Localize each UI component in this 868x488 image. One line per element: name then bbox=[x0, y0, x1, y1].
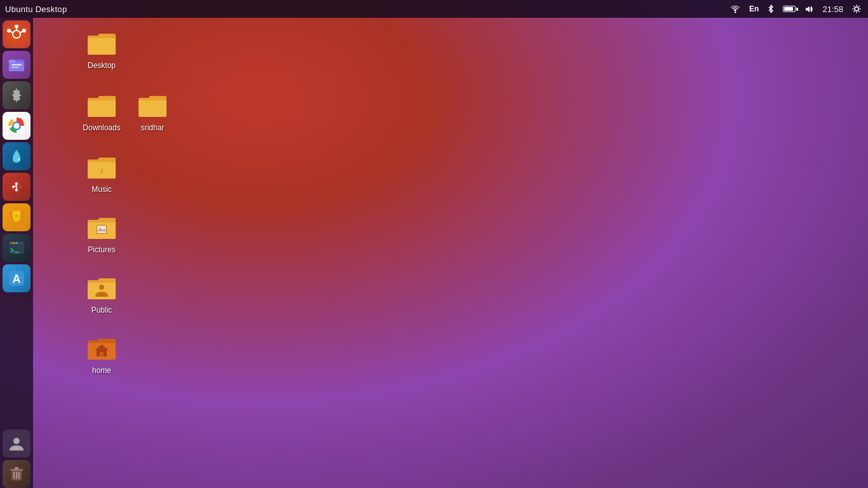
launcher-settings-button[interactable] bbox=[3, 81, 31, 109]
svg-rect-50 bbox=[100, 352, 104, 356]
svg-point-46 bbox=[99, 227, 101, 229]
top-panel: Ubuntu Desktop En bbox=[0, 0, 868, 18]
desktop-icon-home[interactable]: home bbox=[73, 329, 130, 380]
svg-rect-13 bbox=[11, 64, 22, 65]
desktop-icon-music[interactable]: ♪ Music bbox=[73, 148, 130, 199]
desktop-icon-public[interactable]: Public bbox=[73, 269, 130, 320]
launcher-git-button[interactable] bbox=[3, 173, 31, 201]
downloads-folder-icon bbox=[86, 90, 117, 121]
svg-point-5 bbox=[22, 29, 26, 32]
desktop-icon-pictures[interactable]: Pictures bbox=[73, 208, 130, 259]
svg-point-32 bbox=[16, 242, 18, 244]
desktop-icon-downloads[interactable]: Downloads bbox=[73, 86, 130, 137]
volume-indicator[interactable] bbox=[803, 5, 815, 13]
svg-point-21 bbox=[12, 186, 15, 188]
desktop-folder-label: Desktop bbox=[88, 61, 116, 71]
svg-rect-14 bbox=[11, 67, 19, 68]
svg-point-36 bbox=[13, 438, 20, 444]
launcher-drops-button[interactable] bbox=[3, 142, 31, 170]
launcher-ubuntu-button[interactable] bbox=[3, 20, 31, 48]
svg-point-31 bbox=[13, 242, 15, 244]
desktop: Ubuntu Desktop En bbox=[0, 0, 868, 488]
svg-point-30 bbox=[11, 242, 13, 244]
keyboard-layout-indicator[interactable]: En bbox=[747, 4, 761, 13]
panel-title: Ubuntu Desktop bbox=[5, 4, 67, 14]
pictures-folder-icon bbox=[86, 212, 117, 243]
launcher-trash-button[interactable] bbox=[3, 460, 31, 488]
home-folder-label: home bbox=[92, 366, 111, 376]
launcher-sidebar: A bbox=[0, 18, 33, 488]
sridhar-folder-icon bbox=[137, 90, 168, 121]
desktop-icons-area: Desktop Downloads sridhar bbox=[33, 18, 868, 488]
svg-rect-12 bbox=[9, 60, 15, 63]
battery-indicator[interactable] bbox=[781, 6, 797, 12]
music-folder-icon: ♪ bbox=[86, 152, 117, 182]
launcher-appstore-button[interactable]: A bbox=[3, 264, 31, 292]
wifi-indicator[interactable] bbox=[728, 4, 742, 13]
music-folder-label: Music bbox=[92, 185, 111, 195]
launcher-trophy-button[interactable] bbox=[3, 203, 31, 231]
svg-point-1 bbox=[855, 7, 858, 11]
public-folder-icon bbox=[86, 273, 117, 303]
svg-point-18 bbox=[14, 123, 20, 129]
bluetooth-indicator[interactable] bbox=[766, 4, 776, 13]
svg-point-27 bbox=[15, 215, 18, 217]
pictures-folder-label: Pictures bbox=[88, 245, 115, 255]
svg-rect-39 bbox=[15, 467, 18, 470]
launcher-files-button[interactable] bbox=[3, 51, 31, 79]
svg-point-22 bbox=[15, 189, 18, 191]
downloads-folder-label: Downloads bbox=[83, 123, 120, 133]
svg-text:A: A bbox=[13, 273, 21, 285]
public-folder-label: Public bbox=[92, 306, 112, 316]
panel-system-tray: En 21:58 bbox=[728, 4, 863, 14]
clock-time: 21:58 bbox=[822, 4, 843, 14]
launcher-terminal-button[interactable] bbox=[3, 234, 31, 262]
svg-rect-26 bbox=[13, 223, 20, 224]
desktop-icon-desktop[interactable]: Desktop bbox=[73, 24, 130, 75]
svg-point-19 bbox=[18, 158, 20, 161]
svg-point-47 bbox=[99, 285, 104, 290]
clock[interactable]: 21:58 bbox=[820, 4, 845, 14]
keyboard-layout-text: En bbox=[749, 4, 759, 13]
launcher-user-button[interactable] bbox=[3, 430, 31, 458]
svg-point-6 bbox=[7, 29, 11, 32]
svg-point-20 bbox=[15, 182, 18, 185]
home-folder-icon bbox=[86, 333, 117, 363]
desktop-icon-sridhar[interactable]: sridhar bbox=[124, 86, 181, 137]
sridhar-folder-label: sridhar bbox=[141, 123, 165, 133]
desktop-folder-icon bbox=[86, 28, 117, 58]
power-indicator[interactable] bbox=[850, 4, 863, 13]
svg-point-0 bbox=[735, 11, 736, 13]
launcher-chrome-button[interactable] bbox=[3, 112, 31, 140]
svg-text:♪: ♪ bbox=[100, 165, 104, 175]
